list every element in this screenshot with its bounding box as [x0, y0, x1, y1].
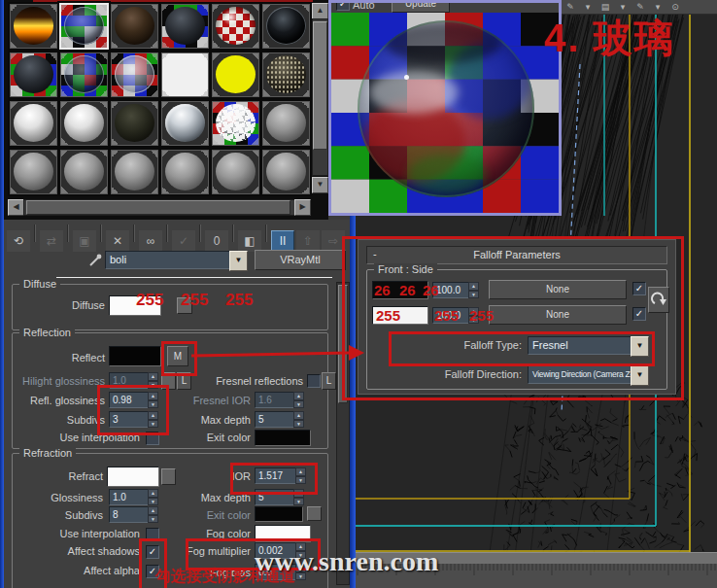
material-sphere [14, 153, 53, 190]
refl-glossiness-field[interactable]: 0.98 [109, 392, 152, 408]
refr-max-depth-label: Max depth [154, 492, 251, 503]
refl-max-depth-field[interactable]: 5 [255, 411, 297, 428]
falloff-type-dropdown[interactable]: Fresnel [528, 336, 632, 355]
slots-scroll-up-button[interactable]: ▲ [312, 3, 328, 19]
material-sample-slot[interactable] [212, 150, 259, 194]
slots-hscroll-track[interactable] [23, 199, 295, 216]
material-sample-slot[interactable] [161, 150, 209, 194]
material-sample-slot[interactable] [262, 4, 310, 49]
material-type-button[interactable]: VRayMtl [255, 250, 346, 270]
update-button[interactable]: Update [392, 0, 450, 13]
fog-color-swatch[interactable] [255, 525, 311, 542]
side-rgb-annotation-r: 255 [376, 307, 400, 324]
material-sample-slot[interactable] [111, 150, 158, 194]
material-sample-slot[interactable] [111, 52, 158, 97]
falloff-direction-dropdown-arrow[interactable]: ▼ [631, 365, 649, 386]
hilight-glossiness-field[interactable]: 1.0 [109, 372, 152, 389]
material-sample-slot[interactable] [111, 4, 158, 49]
slots-top-red-edge [33, 0, 313, 2]
assign-material-to-selection-icon: ▣ [73, 230, 96, 252]
magnify-preview-window: ✓ Auto Update [328, 0, 562, 216]
make-material-copy-icon[interactable]: ∞ [139, 230, 162, 252]
affect-alpha-label: Affect alpha [8, 565, 140, 576]
material-sample-slot[interactable] [212, 52, 259, 97]
material-sphere [266, 153, 306, 190]
material-sample-slot[interactable] [262, 150, 310, 194]
material-sample-slot[interactable] [262, 101, 310, 146]
material-sample-slot[interactable] [60, 52, 108, 97]
side-map-none-button[interactable]: None [489, 305, 627, 325]
hilight-glossiness-map-button[interactable] [161, 372, 176, 390]
reflect-color-swatch[interactable] [109, 346, 161, 366]
affect-shadows-label: Affect shadows [8, 545, 140, 557]
refl-exit-color-swatch[interactable] [255, 430, 311, 446]
front-map-none-button[interactable]: None [489, 280, 627, 299]
ior-field[interactable]: 1.517 [255, 467, 299, 484]
refl-subdivs-label: Subdivs [8, 414, 105, 426]
front-amount-spinner[interactable]: ▲▼ [468, 282, 479, 298]
material-sample-slot[interactable] [60, 150, 108, 194]
front-map-checkbox[interactable]: ✓ [632, 282, 646, 295]
params-scrollbar-track[interactable] [336, 282, 350, 585]
material-sample-slot[interactable] [212, 4, 259, 49]
diffuse-rgb-annotation-g: 255 [181, 291, 208, 310]
fresnel-reflections-checkbox[interactable] [307, 374, 321, 388]
material-sphere [64, 153, 104, 190]
refr-max-depth-field[interactable]: 5 [255, 489, 297, 505]
material-sample-slot[interactable] [161, 101, 209, 146]
material-sample-slot[interactable] [10, 52, 57, 97]
material-sphere [115, 153, 154, 190]
refr-subdivs-field[interactable]: 8 [109, 506, 152, 523]
pick-material-eyedropper[interactable] [87, 253, 103, 270]
refl-subdivs-field[interactable]: 3 [109, 411, 152, 428]
material-sample-slot[interactable] [111, 101, 158, 146]
material-sample-slot[interactable] [212, 101, 259, 146]
fresnel-lock-button[interactable]: L [322, 372, 336, 390]
hilight-glossiness-spinner[interactable]: ▲▼ [148, 372, 158, 389]
show-end-result-icon[interactable]: II [271, 230, 294, 252]
hilight-glossiness-label: Hilight glossiness [8, 375, 105, 387]
material-sample-slot[interactable] [10, 150, 57, 194]
get-material-icon[interactable]: ⟲ [7, 230, 30, 252]
material-sample-slot[interactable] [10, 4, 57, 49]
falloff-title-bar[interactable]: - Falloff Parameters [366, 246, 667, 264]
refr-exit-color-map-button[interactable] [307, 506, 322, 521]
ior-spinner[interactable]: ▲▼ [295, 467, 306, 484]
toolbar-separator [34, 225, 36, 242]
slots-scroll-left-button[interactable]: ◀ [8, 199, 24, 216]
params-scrollbar-thumb[interactable] [338, 285, 348, 403]
refr-exit-color-swatch[interactable] [255, 506, 303, 522]
slots-vscroll-track[interactable] [312, 18, 328, 176]
falloff-direction-dropdown[interactable]: Viewing Direction (Camera Z-Axis) [528, 365, 632, 384]
slots-vscroll-thumb[interactable] [313, 21, 327, 150]
reflect-map-button[interactable]: M [167, 346, 188, 366]
material-sample-slot[interactable] [10, 101, 57, 146]
material-sample-slot[interactable] [59, 3, 109, 50]
material-name-dropdown-arrow[interactable]: ▼ [229, 251, 248, 271]
material-sample-slot[interactable] [262, 52, 310, 97]
show-map-in-viewport-icon[interactable]: ◧ [238, 230, 261, 252]
refr-glossiness-field[interactable]: 1.0 [109, 489, 152, 505]
material-sphere [14, 55, 53, 93]
falloff-type-dropdown-arrow[interactable]: ▼ [631, 336, 649, 357]
side-map-checkbox[interactable]: ✓ [632, 307, 646, 321]
material-sample-slot[interactable] [161, 52, 209, 97]
slots-scroll-down-button[interactable]: ▼ [312, 177, 328, 193]
fresnel-ior-field[interactable]: 1.6 [255, 392, 297, 408]
fog-color-label: Fog color [154, 528, 251, 539]
material-name-input[interactable]: boli [105, 251, 237, 269]
diffuse-rgb-annotation-b: 255 [225, 291, 253, 310]
material-id-channel-icon[interactable]: 0 [205, 230, 228, 252]
reset-map-mtl-icon[interactable]: ✕ [106, 230, 129, 252]
auto-update-checkbox[interactable]: ✓ [336, 0, 350, 11]
slots-hscroll-thumb[interactable] [26, 200, 290, 215]
refr-max-depth-spinner[interactable]: ▲▼ [293, 489, 304, 505]
swap-colors-button[interactable] [648, 287, 669, 313]
sample-slots-panel: ▲ ▼ ◀ ▶ [4, 0, 328, 220]
refl-max-depth-spinner[interactable]: ▲▼ [293, 411, 304, 428]
slots-scroll-right-button[interactable]: ▶ [294, 199, 311, 216]
material-sample-slot[interactable] [161, 4, 209, 49]
material-sample-slot[interactable] [60, 101, 108, 146]
fresnel-ior-spinner[interactable]: ▲▼ [293, 392, 304, 408]
refract-color-swatch[interactable] [107, 467, 159, 487]
